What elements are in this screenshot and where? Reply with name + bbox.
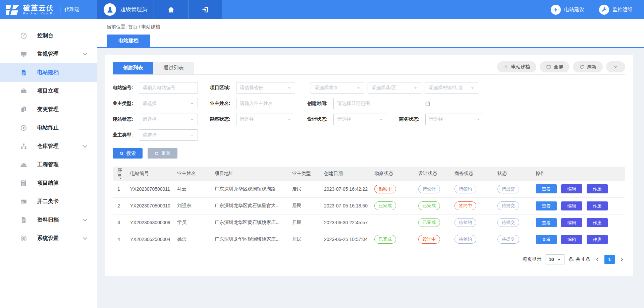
void-button[interactable]: 作废 bbox=[587, 184, 608, 193]
col-owner-name: 业主姓名 bbox=[174, 167, 212, 181]
create-time-input[interactable]: 请选择日期范围 bbox=[333, 98, 434, 109]
view-button[interactable]: 查看 bbox=[536, 184, 557, 193]
void-button[interactable]: 作废 bbox=[587, 235, 608, 244]
cell-station-code: YX2023070500010 bbox=[127, 197, 174, 214]
filter-field-survey-status: 勘察状态:请选择 bbox=[210, 114, 295, 125]
cell-actions: 查看编辑作废 bbox=[533, 231, 625, 248]
breadcrumb-path[interactable]: 首页 / 电站建档 bbox=[128, 24, 160, 29]
sidebar-item-project-initiation[interactable]: 项目立项 bbox=[0, 82, 97, 100]
design-status-select[interactable]: 请选择 bbox=[333, 114, 387, 125]
logout-button[interactable] bbox=[189, 0, 222, 19]
cell-owner-type: 居民 bbox=[289, 214, 321, 231]
cell-owner-type: 居民 bbox=[289, 231, 321, 248]
sidebar-item-label: 项目结算 bbox=[37, 180, 59, 187]
cell-business-status: 签约中 bbox=[452, 197, 495, 214]
edit-button[interactable]: 编辑 bbox=[561, 235, 582, 244]
search-icon bbox=[119, 151, 124, 156]
status-badge: 待提交 bbox=[497, 201, 519, 210]
county-select[interactable]: 请选择县/区 bbox=[368, 82, 421, 94]
station-code-input[interactable]: 请输入电站编号 bbox=[139, 82, 198, 94]
business-status-select[interactable]: 请选择 bbox=[425, 114, 484, 125]
owner-type-2-select[interactable]: 请选择 bbox=[139, 129, 198, 141]
monitor-icon bbox=[20, 51, 27, 58]
cell-status: 待提交 bbox=[495, 181, 533, 197]
sidebar-item-station-archive[interactable]: 电站建档 bbox=[0, 63, 97, 82]
disc-icon bbox=[20, 235, 27, 242]
sidebar-item-label: 变更管理 bbox=[37, 106, 59, 113]
edit-button[interactable]: 编辑 bbox=[561, 184, 582, 193]
brand-title: 破茧云伏 bbox=[23, 4, 55, 12]
cell-actions: 查看编辑作废 bbox=[533, 214, 625, 231]
void-button[interactable]: 作废 bbox=[587, 218, 608, 227]
cell-create-date: 2023-07-05 16:42:22 bbox=[321, 181, 372, 197]
search-button[interactable]: 搜索 bbox=[113, 148, 143, 159]
sidebar-item-system-settings[interactable]: 系统设置 bbox=[0, 229, 97, 248]
reset-button[interactable]: 重置 bbox=[148, 148, 177, 159]
sidebar-item-warehouse-management[interactable]: 仓库管理 bbox=[0, 137, 97, 156]
edit-button[interactable]: 编辑 bbox=[561, 201, 582, 210]
cell-business-status: 待签约 bbox=[452, 231, 495, 248]
city-select[interactable]: 请选择城市 bbox=[311, 82, 364, 94]
chevron-down-icon bbox=[82, 51, 89, 58]
collapse-button[interactable] bbox=[606, 61, 625, 72]
prev-page-button[interactable] bbox=[594, 257, 601, 262]
owner-name-input[interactable]: 请输入业主姓名 bbox=[236, 98, 295, 109]
filter-label: 建站状态: bbox=[113, 116, 139, 122]
col-design-status: 设计状态 bbox=[416, 167, 452, 181]
caret-down-icon bbox=[413, 86, 418, 90]
build-status-select[interactable]: 请选择 bbox=[139, 114, 198, 125]
home-button[interactable] bbox=[154, 0, 189, 19]
placeholder: 请选择 bbox=[143, 101, 157, 107]
view-button[interactable]: 查看 bbox=[536, 235, 557, 244]
owner-type-select[interactable]: 请选择 bbox=[139, 98, 198, 109]
cell-owner-type: 居民 bbox=[289, 181, 321, 197]
placeholder: 请选择省份 bbox=[240, 85, 263, 91]
sidebar-item-label: 资料归档 bbox=[37, 217, 59, 224]
refresh-button[interactable]: 刷新 bbox=[573, 61, 603, 72]
next-page-button[interactable] bbox=[619, 257, 625, 262]
sidebar-item-station-termination[interactable]: 电站终止 bbox=[0, 119, 97, 137]
wrench-icon bbox=[601, 7, 607, 13]
sidebar-item-general-management[interactable]: 常规管理 bbox=[0, 45, 97, 63]
province-select[interactable]: 请选择省份 bbox=[236, 82, 295, 94]
page-number-1[interactable]: 1 bbox=[604, 255, 615, 264]
edit-button[interactable]: 编辑 bbox=[561, 218, 582, 227]
caret-down-icon bbox=[356, 86, 361, 90]
sidebar-item-project-settlement[interactable]: 项目结算 bbox=[0, 174, 97, 192]
cell-index: 1 bbox=[113, 181, 127, 197]
cell-status: 待提交 bbox=[495, 231, 533, 248]
person-icon bbox=[106, 6, 114, 14]
design-status-badge: 待设计 bbox=[418, 185, 440, 193]
search-button-label: 搜索 bbox=[126, 150, 136, 157]
create-station-button[interactable]: 电站建档 bbox=[497, 61, 536, 72]
sidebar-item-console[interactable]: 控制台 bbox=[0, 26, 97, 45]
topnav-monitor-ops[interactable]: 监控运维 bbox=[599, 5, 633, 15]
void-button[interactable]: 作废 bbox=[587, 201, 608, 210]
topnav-label: 监控运维 bbox=[612, 6, 633, 13]
sidebar-item-data-archive[interactable]: 资料归档 bbox=[0, 211, 97, 229]
sidebar-item-type2-card[interactable]: 开二类卡 bbox=[0, 192, 97, 211]
caret-down-icon bbox=[190, 133, 194, 137]
topnav-station-build[interactable]: 电站建设 bbox=[551, 5, 584, 15]
topbar-right-nav: 电站建设 监控运维 bbox=[551, 0, 644, 19]
filter-field-build-status: 建站状态:请选择 bbox=[113, 114, 198, 125]
cell-survey-status bbox=[372, 214, 416, 231]
filter-field-county: 请选择县/区 bbox=[368, 82, 421, 94]
user-menu[interactable]: 超级管理员 bbox=[97, 0, 154, 19]
brand-divider bbox=[60, 6, 60, 14]
page-tab-station-archive[interactable]: 电站建档 bbox=[107, 35, 150, 47]
sidebar-item-engineering-management[interactable]: 工程管理 bbox=[0, 156, 97, 174]
tab-create-list[interactable]: 创建列表 bbox=[113, 62, 153, 74]
survey-status-select[interactable]: 请选择 bbox=[236, 114, 295, 125]
cell-create-date: 2023-06-25 10:57:04 bbox=[321, 231, 372, 248]
per-page-select[interactable]: 10 bbox=[545, 254, 565, 264]
tab-pass-list[interactable]: 通过列表 bbox=[153, 62, 194, 74]
village-select[interactable]: 请选择村镇/街道 bbox=[425, 82, 478, 94]
button-label: 全屏 bbox=[554, 64, 563, 70]
sidebar-item-change-management[interactable]: 变更管理 bbox=[0, 100, 97, 119]
business-status-badge: 待签约 bbox=[454, 185, 476, 193]
view-button[interactable]: 查看 bbox=[536, 201, 557, 210]
fullscreen-button[interactable]: 全屏 bbox=[540, 61, 570, 72]
chevron-down-icon bbox=[82, 235, 89, 242]
view-button[interactable]: 查看 bbox=[536, 218, 557, 227]
